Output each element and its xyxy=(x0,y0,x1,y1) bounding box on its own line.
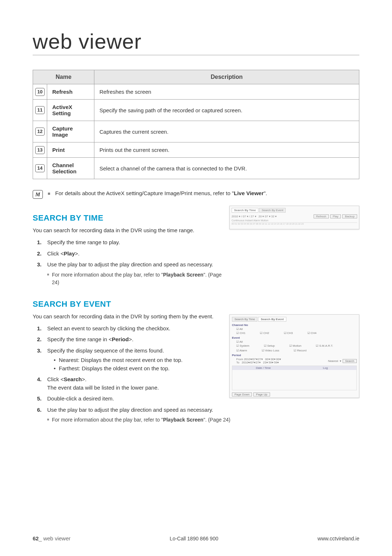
sort-select[interactable]: Nearest xyxy=(328,359,338,363)
bullet-icon xyxy=(47,419,49,420)
list-item: 2. Specify the time range in <Period>. xyxy=(47,335,241,344)
footer-url: www.cctvireland.ie xyxy=(318,536,359,541)
description-table: Name Description 10 Refresh Refreshes th… xyxy=(33,70,359,179)
row-desc: Select a channel of the camera that is c… xyxy=(94,158,359,179)
tab-search-by-event[interactable]: Search By Event xyxy=(259,208,286,213)
step-list: 1. Specify the time range to play. 2. Cl… xyxy=(33,238,222,286)
list-item: 4. Click <Search>. The event data will b… xyxy=(47,375,241,392)
page-title: web viewer xyxy=(33,29,359,55)
sub-note: For more information about the play bar,… xyxy=(47,271,222,286)
sub-note: For more information about the play bar,… xyxy=(47,416,359,424)
table-row: 12 Capture Image Captures the current sc… xyxy=(33,121,359,142)
table-row: 14 Channel Selection Select a channel of… xyxy=(33,158,359,179)
checkbox-record[interactable]: ☑ Record xyxy=(294,349,306,352)
row-desc: Captures the current screen. xyxy=(94,121,359,142)
list-item: Farthest: Displays the oldest event on t… xyxy=(54,364,241,373)
row-desc: Refreshes the screen xyxy=(94,84,359,100)
checkbox-ch1[interactable]: ☑ CH1 xyxy=(236,331,245,335)
section-title-event: SEARCH BY EVENT xyxy=(33,299,359,309)
results-table: Date / Time Log xyxy=(232,366,357,390)
list-item: 2. Click <Play>. xyxy=(47,250,222,258)
page-number: 62 xyxy=(33,535,39,541)
search-button[interactable]: Search xyxy=(343,359,357,363)
checkbox-ch3[interactable]: ☑ CH3 xyxy=(284,331,293,335)
checkbox-ch2[interactable]: ☑ CH2 xyxy=(260,331,269,335)
note-activex: M For details about the ActiveX setting/… xyxy=(33,190,359,199)
backup-button[interactable]: Backup xyxy=(342,214,357,218)
table-row: 10 Refresh Refreshes the screen xyxy=(33,84,359,100)
list-item: 3. Specify the display sequence of the i… xyxy=(47,347,241,373)
screenshot-search-by-event: Search By Time Search By Event Channel N… xyxy=(229,314,359,398)
row-desc: Specify the saving path of the recorded … xyxy=(94,100,359,121)
row-name: Refresh xyxy=(47,84,94,100)
label-period: Period xyxy=(232,354,357,357)
note-text: For details about the ActiveX setting/Ca… xyxy=(55,190,267,196)
row-name: ActiveX Setting xyxy=(47,100,94,121)
label-channel-no: Channel No xyxy=(232,323,357,327)
footer-phone: Lo-Call 1890 866 900 xyxy=(170,536,219,541)
row-name: Channel Selection xyxy=(47,158,94,179)
footer-label: _ web viewer xyxy=(39,535,71,541)
note-icon: M xyxy=(33,190,43,199)
row-name: Capture Image xyxy=(47,121,94,142)
page-down-button[interactable]: Page Down xyxy=(232,392,252,396)
row-name: Print xyxy=(47,142,94,158)
tab-search-by-event[interactable]: Search By Event xyxy=(258,317,286,322)
page-footer: 62_ web viewer Lo-Call 1890 866 900 www.… xyxy=(33,535,359,541)
checkbox-alarm[interactable]: ☑ Alarm xyxy=(236,349,247,352)
list-item: 3. Use the play bar to adjust the play d… xyxy=(47,261,222,286)
checkbox-setup[interactable]: ☑ Setup xyxy=(264,344,275,347)
table-row: 11 ActiveX Setting Specify the saving pa… xyxy=(33,100,359,121)
row-desc: Prints out the current screen. xyxy=(94,142,359,158)
checkbox-system[interactable]: ☑ System xyxy=(236,344,249,347)
list-item: 1. Specify the time range to play. xyxy=(47,238,222,247)
checkbox-videoloss[interactable]: ☑ Video Loss xyxy=(262,349,279,352)
table-row: 13 Print Prints out the current screen. xyxy=(33,142,359,158)
checkbox-motion[interactable]: ☑ Motion xyxy=(289,344,301,347)
legend: Continuous Instant Alarm Motion xyxy=(232,219,357,222)
row-number: 14 xyxy=(35,164,45,172)
bullet-icon xyxy=(48,193,50,195)
label-event: Event xyxy=(232,336,357,339)
th-desc: Description xyxy=(94,70,359,84)
checkbox-ch4[interactable]: ☑ CH4 xyxy=(307,331,317,335)
th-date: Date / Time xyxy=(232,366,294,370)
row-number: 10 xyxy=(35,88,45,96)
screenshot-search-by-time: Search By Time Search By Event 2010 ▾ / … xyxy=(229,206,359,229)
refresh-button[interactable]: Refresh xyxy=(314,214,329,218)
list-item: 1. Select an event to search by clicking… xyxy=(47,325,241,333)
th-name: Name xyxy=(33,70,94,84)
row-number: 13 xyxy=(35,146,45,154)
list-item: 6. Use the play bar to adjust the play d… xyxy=(47,406,359,424)
checkbox-smart[interactable]: ☑ S.M.A.R.T. xyxy=(316,344,333,347)
bullet-icon xyxy=(47,274,49,275)
row-number: 12 xyxy=(35,128,45,136)
list-item: Nearest: Displays the most recent event … xyxy=(54,356,241,364)
tab-search-by-time[interactable]: Search By Time xyxy=(232,317,257,322)
row-number: 11 xyxy=(35,106,45,114)
tab-search-by-time[interactable]: Search By Time xyxy=(232,208,258,213)
play-button[interactable]: Play xyxy=(330,214,341,218)
page-up-button[interactable]: Page Up xyxy=(253,392,270,396)
th-log: Log xyxy=(294,366,356,370)
